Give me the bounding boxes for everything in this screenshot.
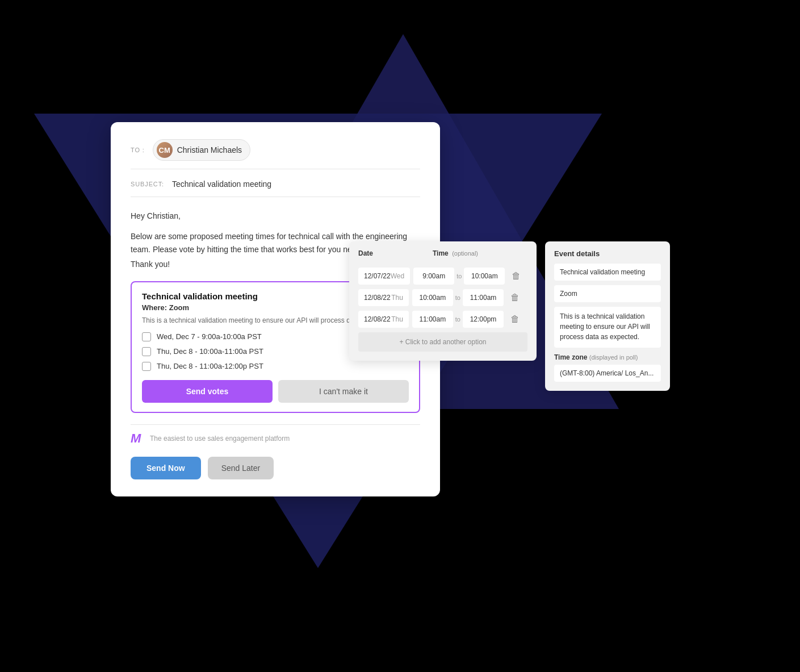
- subject-value: Technical validation meeting: [172, 180, 271, 189]
- date-col-label: Date: [358, 249, 429, 257]
- poll-option-1-label: Wed, Dec 7 - 9:00a-10:00a PST: [157, 332, 262, 341]
- platform-footer: M The easiest to use sales engagement pl…: [131, 424, 420, 444]
- cant-make-it-button[interactable]: I can't make it: [278, 380, 409, 403]
- event-description[interactable]: This is a technical validation meeting t…: [554, 307, 661, 348]
- start-time-2[interactable]: [412, 289, 453, 306]
- schedule-header: Date Time (optional): [358, 249, 527, 262]
- m-icon: M: [131, 431, 141, 446]
- time-to-2: to: [455, 294, 460, 301]
- event-location[interactable]: Zoom: [554, 285, 661, 302]
- schedule-date-3: 12/08/22 Thu: [358, 311, 409, 328]
- time-range-3: to: [412, 311, 504, 328]
- delete-row-3-button[interactable]: 🗑: [507, 311, 523, 327]
- end-time-2[interactable]: [463, 289, 504, 306]
- schedule-row-3: 12/08/22 Thu to 🗑: [358, 311, 527, 328]
- time-to-1: to: [456, 273, 462, 279]
- schedule-date-2: 12/08/22 Thu: [358, 289, 409, 306]
- poll-where-value: Zoom: [169, 303, 189, 312]
- poll-option-3-label: Thu, Dec 8 - 11:00a-12:00p PST: [157, 362, 263, 370]
- time-label: Time: [433, 249, 449, 257]
- avatar-image: CM: [157, 142, 173, 158]
- subject-label: SUBJECT:: [131, 181, 164, 187]
- timezone-note: (displayed in poll): [589, 354, 638, 361]
- add-option-button[interactable]: + Click to add another option: [358, 332, 527, 352]
- timezone-label: Time zone (displayed in poll): [554, 353, 661, 361]
- time-to-3: to: [455, 316, 460, 323]
- send-votes-button[interactable]: Send votes: [142, 380, 273, 403]
- platform-logo: M: [131, 433, 144, 444]
- delete-row-1-button[interactable]: 🗑: [508, 268, 524, 284]
- start-time-3[interactable]: [412, 311, 453, 328]
- avatar: CM: [157, 142, 173, 158]
- body-greeting: Hey Christian,: [131, 210, 420, 222]
- email-footer-actions: Send Now Send Later: [131, 457, 420, 479]
- date-3-day: Thu: [391, 315, 403, 323]
- event-details-title: Event details: [554, 249, 661, 258]
- end-time-3[interactable]: [463, 311, 504, 328]
- timezone-label-text: Time zone: [554, 353, 587, 361]
- schedule-row-2: 12/08/22 Thu to 🗑: [358, 289, 527, 306]
- platform-tagline: The easiest to use sales engagement plat…: [150, 435, 290, 443]
- poll-actions: Send votes I can't make it: [142, 380, 409, 403]
- timezone-value[interactable]: (GMT-8:00) America/ Los_An...: [554, 365, 661, 382]
- delete-row-2-button[interactable]: 🗑: [507, 290, 523, 306]
- subject-field: SUBJECT: Technical validation meeting: [131, 180, 420, 197]
- date-2-value: 12/08/22: [364, 294, 391, 302]
- poll-checkbox-2[interactable]: [142, 347, 151, 356]
- send-later-button[interactable]: Send Later: [208, 457, 274, 479]
- poll-option-2-label: Thu, Dec 8 - 10:00a-11:00a PST: [157, 347, 263, 356]
- recipient-name: Christian Michaels: [177, 145, 242, 155]
- poll-option-3[interactable]: Thu, Dec 8 - 11:00a-12:00p PST: [142, 362, 409, 371]
- event-meeting-name[interactable]: Technical validation meeting: [554, 264, 661, 281]
- poll-checkbox-3[interactable]: [142, 362, 151, 371]
- date-1-day: Wed: [391, 272, 404, 280]
- time-range-1: to: [413, 268, 505, 285]
- schedule-panel: Date Time (optional) 12/07/22 Wed to 🗑 1…: [349, 241, 537, 361]
- schedule-date-1: 12/07/22 Wed: [358, 268, 410, 285]
- poll-checkbox-1[interactable]: [142, 332, 151, 341]
- to-field: TO : CM Christian Michaels: [131, 139, 420, 169]
- date-2-day: Thu: [391, 294, 403, 302]
- date-1-value: 12/07/22: [364, 272, 391, 280]
- time-range-2: to: [412, 289, 504, 306]
- date-3-value: 12/08/22: [364, 315, 391, 323]
- event-details-panel: Event details Technical validation meeti…: [545, 241, 670, 391]
- recipient-chip[interactable]: CM Christian Michaels: [153, 139, 250, 161]
- time-optional: (optional): [452, 250, 478, 257]
- start-time-1[interactable]: [413, 268, 454, 285]
- schedule-row-1: 12/07/22 Wed to 🗑: [358, 268, 527, 285]
- to-label: TO :: [131, 147, 145, 153]
- end-time-1[interactable]: [464, 268, 505, 285]
- poll-where-label: Where:: [142, 303, 167, 312]
- send-now-button[interactable]: Send Now: [131, 457, 201, 479]
- time-col-label: Time (optional): [433, 249, 504, 257]
